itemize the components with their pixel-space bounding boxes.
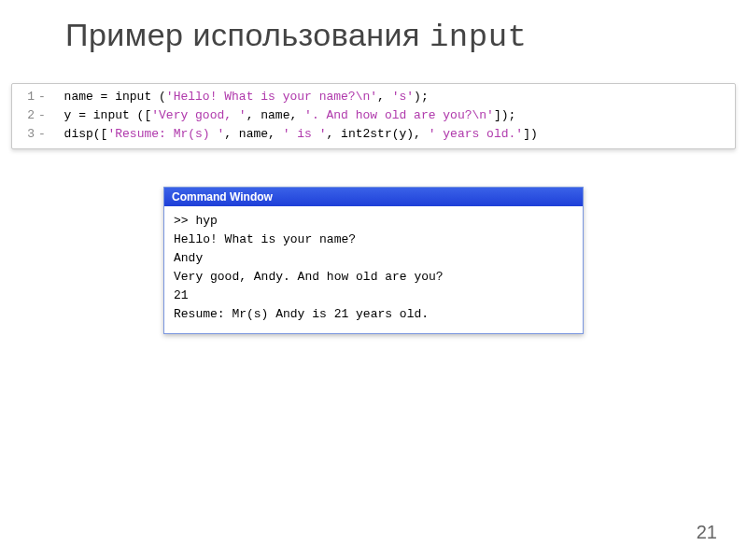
code-token: , int2str(y), xyxy=(326,127,428,141)
code-token: 's' xyxy=(392,90,414,104)
code-token: 'Very good, ' xyxy=(151,108,246,122)
code-body: disp(['Resume: Mr(s) ', name, ' is ', in… xyxy=(49,126,729,143)
title-main: Пример использования xyxy=(65,17,430,52)
slide-title: Пример использования input xyxy=(65,17,747,55)
command-window-title: Command Window xyxy=(164,188,583,206)
line-number: 2 xyxy=(18,107,35,124)
code-body: name = input ('Hello! What is your name?… xyxy=(49,89,729,105)
code-token: '. And how old are you?\n' xyxy=(304,108,494,122)
code-token: ' is ' xyxy=(283,127,327,141)
code-line: 2- y = input (['Very good, ', name, '. A… xyxy=(12,106,735,125)
command-output-line: Very good, Andy. And how old are you? xyxy=(174,268,573,287)
gutter-dash: - xyxy=(35,89,49,105)
code-token: , xyxy=(377,90,392,104)
code-token: 'Hello! What is your name?\n' xyxy=(166,90,377,104)
command-output-line: Hello! What is your name? xyxy=(174,231,573,249)
code-editor: 1- name = input ('Hello! What is your na… xyxy=(11,83,736,149)
code-token: disp([ xyxy=(64,127,108,141)
title-mono: input xyxy=(430,20,528,55)
line-number: 1 xyxy=(18,89,35,105)
code-token: ]) xyxy=(523,127,538,141)
code-token: , name, xyxy=(224,127,282,141)
code-token: ]); xyxy=(494,108,515,122)
code-token: 'Resume: Mr(s) ' xyxy=(107,127,224,141)
code-body: y = input (['Very good, ', name, '. And … xyxy=(49,107,729,124)
code-token: y = input ([ xyxy=(64,108,152,122)
command-window: Command Window >> hypHello! What is your… xyxy=(163,187,584,335)
code-line: 3- disp(['Resume: Mr(s) ', name, ' is ',… xyxy=(12,125,735,144)
command-output-line: 21 xyxy=(174,287,573,305)
gutter-dash: - xyxy=(35,126,49,143)
page-number: 21 xyxy=(697,522,717,543)
line-number: 3 xyxy=(18,126,35,143)
command-window-body: >> hypHello! What is your name?AndyVery … xyxy=(164,206,583,334)
code-token: name = input ( xyxy=(64,90,166,104)
code-token: ); xyxy=(414,90,429,104)
command-output-line: >> hyp xyxy=(174,212,573,231)
code-token: , name, xyxy=(247,108,304,122)
command-output-line: Resume: Mr(s) Andy is 21 years old. xyxy=(174,305,573,324)
code-line: 1- name = input ('Hello! What is your na… xyxy=(12,88,735,106)
command-output-line: Andy xyxy=(174,249,573,268)
code-token: ' years old.' xyxy=(429,127,523,141)
gutter-dash: - xyxy=(35,107,49,124)
